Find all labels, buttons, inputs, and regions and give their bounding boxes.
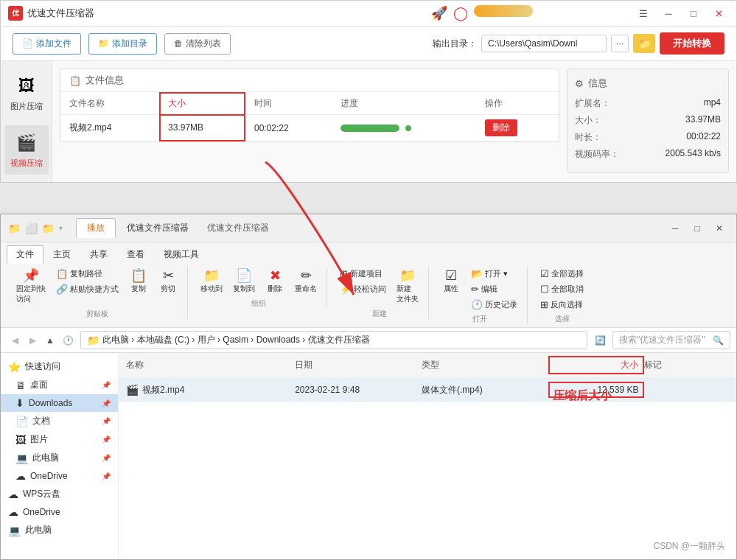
ribbon-history-button[interactable]: 🕐 历史记录 xyxy=(467,298,521,312)
nav-item-onedrive[interactable]: ☁ OneDrive 📌 xyxy=(1,467,118,485)
ribbon-copy-button[interactable]: 📋 复制 xyxy=(125,267,152,296)
file-type-icon: 🎬 xyxy=(126,384,139,396)
ribbon-moveto-button[interactable]: 📁 移动到 xyxy=(197,267,226,296)
start-convert-button[interactable]: 开始转换 xyxy=(660,32,724,55)
sidebar-item-image[interactable]: 🖼 图片压缩 xyxy=(4,69,49,118)
menu-icon[interactable]: ☰ xyxy=(633,6,654,21)
ribbon-newitem-button[interactable]: ⊞ 新建项目 xyxy=(336,267,390,281)
nav-recent-button[interactable]: 🕐 xyxy=(60,332,76,349)
nav-item-quickaccess[interactable]: ⭐ 快速访问 xyxy=(1,357,118,376)
file-action[interactable]: 删除 xyxy=(476,115,559,141)
explorer-tab-play[interactable]: 播放 xyxy=(76,218,116,238)
file-time: 00:02:22 xyxy=(245,115,332,141)
add-dir-button[interactable]: 📁 添加目录 xyxy=(88,33,157,55)
nav-item-wps[interactable]: ☁ WPS云盘 xyxy=(1,485,118,503)
col-header-tag[interactable]: 标记 xyxy=(644,359,729,371)
ribbon-tab-share[interactable]: 共享 xyxy=(80,245,117,264)
nav-forward-button[interactable]: ▶ xyxy=(24,332,41,349)
video-compress-icon: 🎬 xyxy=(15,131,38,155)
pictures-icon: 🖼 xyxy=(15,434,26,446)
col-header-type[interactable]: 类型 xyxy=(422,359,548,371)
documents-icon: 📄 xyxy=(15,416,28,427)
exp-maximize-button[interactable]: □ xyxy=(688,221,707,236)
output-folder-button[interactable]: 📁 xyxy=(633,34,655,53)
info-gear-icon: ⚙ xyxy=(575,78,584,89)
pin-icon-4: 📌 xyxy=(102,435,111,444)
table-row: 视频2.mp4 33.97MB 00:02:22 xyxy=(60,115,559,141)
ribbon-cut-button[interactable]: ✂ 剪切 xyxy=(155,267,181,296)
ribbon-rename-button[interactable]: ✏ 重命名 xyxy=(291,267,321,296)
refresh-button[interactable]: 🔄 xyxy=(592,332,608,349)
pin-icon-3: 📌 xyxy=(102,417,111,425)
ribbon-easyaccess-button[interactable]: ⚡ 轻松访问 xyxy=(336,282,390,296)
rename-icon: ✏ xyxy=(301,269,312,282)
output-more-button[interactable]: ··· xyxy=(611,35,629,52)
pin-icon-6: 📌 xyxy=(102,472,111,480)
csdn-watermark: CSDN @一颗胖头 xyxy=(653,540,725,553)
file-info-header: 文件信息 xyxy=(85,74,124,87)
pin-icon-5: 📌 xyxy=(102,454,111,462)
add-file-icon: 📄 xyxy=(22,38,33,49)
col-header-size: 大小 xyxy=(160,93,245,115)
ribbon-invertselect-button[interactable]: ⊞ 反向选择 xyxy=(537,298,587,312)
output-label: 输出目录： xyxy=(433,38,477,50)
clear-list-button[interactable]: 🗑 清除列表 xyxy=(164,33,231,55)
nav-item-desktop[interactable]: 🖥 桌面 📌 xyxy=(1,376,118,394)
col-header-date[interactable]: 日期 xyxy=(295,359,422,371)
app-logo: 优 xyxy=(8,6,23,21)
ribbon-open-button[interactable]: 📂 打开 ▾ xyxy=(467,267,521,281)
maximize-icon[interactable]: □ xyxy=(683,6,704,21)
search-icon: 🔍 xyxy=(713,335,724,346)
nav-item-pc[interactable]: 💻 此电脑 📌 xyxy=(1,449,118,467)
file-size: 12,539 KB xyxy=(548,382,645,398)
ribbon-delete-button[interactable]: ✖ 删除 xyxy=(262,267,288,296)
pin-icon-2: 📌 xyxy=(102,399,111,407)
sidebar-item-video[interactable]: 🎬 视频压缩 xyxy=(4,125,49,175)
nav-item-onedrive2[interactable]: ☁ OneDrive xyxy=(1,503,118,521)
nav-item-pictures[interactable]: 🖼 图片 📌 xyxy=(1,430,118,449)
file-date: 2023-02-21 9:48 xyxy=(295,385,422,395)
ribbon-edit-button[interactable]: ✏ 编辑 xyxy=(467,282,521,296)
ribbon-tab-file[interactable]: 文件 xyxy=(7,245,43,264)
properties-icon: ☑ xyxy=(445,269,457,282)
col-header-filename[interactable]: 名称 xyxy=(126,359,295,371)
ribbon-copyto-button[interactable]: 📄 复制到 xyxy=(229,267,259,296)
nav-item-downloads[interactable]: ⬇ Downloads 📌 xyxy=(1,394,118,412)
minimize-icon[interactable]: ─ xyxy=(658,6,679,21)
address-path[interactable]: 📁 此电脑 › 本地磁盘 (C:) › 用户 › Qasim › Downloa… xyxy=(80,331,587,349)
ribbon-deselectall-button[interactable]: ☐ 全部取消 xyxy=(537,282,587,296)
info-duration-row: 时长： 00:02:22 xyxy=(575,131,721,144)
explorer-tab-app[interactable]: 优速文件压缩器 xyxy=(116,218,200,238)
explorer-window: 📁 ⬜ 📁 ▾ 播放 优速文件压缩器 优速文件压缩器 ─ □ ✕ 文件 主页 共… xyxy=(0,214,737,560)
col-header-size[interactable]: 大小 xyxy=(548,356,645,374)
ribbon-properties-button[interactable]: ☑ 属性 xyxy=(438,267,464,296)
wps-icon: ☁ xyxy=(8,489,18,500)
ribbon-tab-video-tools[interactable]: 视频工具 xyxy=(154,245,209,264)
ribbon-selectall-button[interactable]: ☑ 全部选择 xyxy=(537,267,587,281)
nav-back-button[interactable]: ◀ xyxy=(7,332,23,349)
close-icon[interactable]: ✕ xyxy=(708,6,729,21)
deselectall-icon: ☐ xyxy=(540,284,549,295)
exp-minimize-button[interactable]: ─ xyxy=(666,221,685,236)
ribbon-pasteshortcut-button[interactable]: 🔗 粘贴快捷方式 xyxy=(52,282,122,296)
copypath-icon: 📋 xyxy=(56,268,68,279)
nav-item-pc2[interactable]: 💻 此电脑 xyxy=(1,521,118,539)
ribbon-tab-home[interactable]: 主页 xyxy=(43,245,80,264)
ribbon-tab-view[interactable]: 查看 xyxy=(117,245,154,264)
file-name: 视频2.mp4 xyxy=(142,384,184,396)
image-compress-icon: 🖼 xyxy=(15,74,38,98)
search-box[interactable]: 搜索"优速文件压缩器" 🔍 xyxy=(612,331,730,349)
pc2-icon: 💻 xyxy=(8,525,21,536)
ribbon-copypath-button[interactable]: 📋 复制路径 xyxy=(52,267,122,281)
copyto-icon: 📄 xyxy=(236,269,252,282)
file-list-row[interactable]: 🎬 视频2.mp4 2023-02-21 9:48 媒体文件(.mp4) 12,… xyxy=(119,378,736,402)
exp-close-button[interactable]: ✕ xyxy=(710,221,729,236)
file-name: 视频2.mp4 xyxy=(60,115,160,141)
nav-item-documents[interactable]: 📄 文档 📌 xyxy=(1,412,118,430)
delete-button[interactable]: 删除 xyxy=(485,119,517,136)
ribbon-pin-button[interactable]: 📌 固定到快访问 xyxy=(13,267,49,307)
ribbon-newfolder-button[interactable]: 📁 新建文件夹 xyxy=(393,267,422,307)
add-file-button[interactable]: 📄 添加文件 xyxy=(13,33,81,55)
cut-icon: ✂ xyxy=(163,269,174,282)
nav-up-button[interactable]: ▲ xyxy=(42,332,58,349)
